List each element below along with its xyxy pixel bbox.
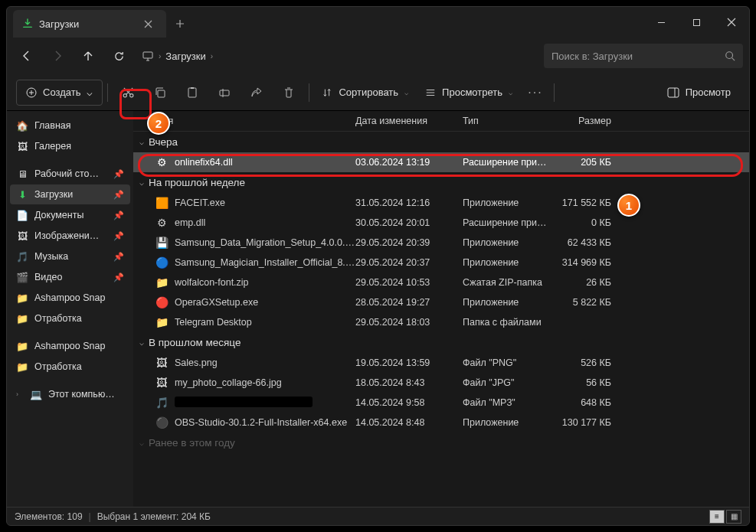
file-type: Приложение <box>463 297 550 308</box>
new-tab-button[interactable] <box>166 10 194 38</box>
group-earlier[interactable]: ⌵Ранее в этом году <box>133 432 749 453</box>
col-name[interactable]: Имя <box>155 116 355 126</box>
file-row[interactable]: 🔴OperaGXSetup.exe28.05.2024 19:27Приложе… <box>133 292 749 312</box>
col-date[interactable]: Дата изменения <box>355 116 463 126</box>
sidebar-item-downloads[interactable]: ⬇Загрузки📌 <box>10 184 130 204</box>
breadcrumb-current[interactable]: Загрузки <box>165 51 205 62</box>
file-list[interactable]: Имя Дата изменения Тип Размер ⌵Вчера ⚙on… <box>133 111 749 507</box>
close-window-button[interactable] <box>714 7 749 38</box>
svg-point-2 <box>726 52 733 59</box>
sidebar-item-folder[interactable]: 📁Ashampoo Snap <box>10 288 130 308</box>
file-row[interactable]: ⚙emp.dll30.05.2024 20:01Расширение при…0… <box>133 213 749 233</box>
file-icon: 🖼 <box>155 376 169 390</box>
maximize-button[interactable] <box>679 7 714 38</box>
group-lastmonth[interactable]: ⌵В прошлом месяце <box>133 332 749 353</box>
paste-button[interactable] <box>177 77 208 108</box>
breadcrumb[interactable]: › Загрузки › <box>142 50 213 62</box>
create-label: Создать <box>43 86 80 98</box>
col-type[interactable]: Тип <box>463 116 550 126</box>
group-yesterday[interactable]: ⌵Вчера <box>133 132 749 152</box>
sidebar-item-documents[interactable]: 📄Документы📌 <box>10 205 130 225</box>
pin-icon: 📌 <box>113 211 124 220</box>
sidebar-item-music[interactable]: 🎵Музыка📌 <box>10 246 130 266</box>
forward-button[interactable] <box>44 42 71 70</box>
view-button[interactable]: Просмотреть ⌵ <box>417 79 520 106</box>
file-type: Расширение при… <box>463 157 550 168</box>
back-button[interactable] <box>13 42 41 70</box>
minimize-button[interactable] <box>643 7 679 38</box>
file-icon: 🖼 <box>155 356 169 370</box>
chevron-down-icon: ⌵ <box>139 178 144 187</box>
search-input[interactable]: Поиск в: Загрузки <box>544 44 743 68</box>
file-row[interactable]: ⚙onlinefix64.dll03.06.2024 13:19Расширен… <box>133 152 749 172</box>
create-button[interactable]: Создать ⌵ <box>16 80 103 106</box>
folder-icon: 📁 <box>16 292 28 304</box>
sidebar-item-gallery[interactable]: 🖼Галерея <box>10 136 130 156</box>
refresh-button[interactable] <box>105 42 133 70</box>
status-selected: Выбран 1 элемент: 204 КБ <box>97 511 211 522</box>
view-icon <box>425 87 436 98</box>
file-row[interactable]: 🎵14.05.2024 9:58Файл "MP3"648 КБ <box>133 393 749 413</box>
preview-pane-button[interactable]: Просмотр <box>658 86 740 98</box>
file-date: 18.05.2024 8:43 <box>355 377 463 388</box>
close-tab-button[interactable] <box>139 15 157 33</box>
documents-icon: 📄 <box>16 209 28 221</box>
file-name: Samsung_Magician_Installer_Official_8.1.… <box>175 257 355 268</box>
rename-button[interactable] <box>209 77 240 108</box>
sidebar-item-desktop[interactable]: 🖥Рабочий сто…📌 <box>10 164 130 184</box>
file-row[interactable]: 💾Samsung_Data_Migration_Setup_4.0.0.18…2… <box>133 233 749 253</box>
delete-button[interactable] <box>273 77 304 108</box>
svg-rect-8 <box>191 87 194 89</box>
file-row[interactable]: 📁wolfalcon-font.zip29.05.2024 10:53Сжата… <box>133 273 749 292</box>
file-date: 30.05.2024 20:01 <box>355 217 463 228</box>
chevron-right-icon: › <box>159 52 161 60</box>
file-name: emp.dll <box>175 217 355 228</box>
separator: | <box>89 511 91 522</box>
file-icon: ⚙ <box>155 216 169 230</box>
folder-icon: 📁 <box>16 312 28 325</box>
pin-icon: 📌 <box>113 169 124 179</box>
sidebar-item-thispc[interactable]: ›💻Этот компью… <box>10 384 130 404</box>
view-label: Просмотреть <box>442 86 502 98</box>
svg-rect-7 <box>188 88 196 97</box>
svg-rect-9 <box>220 90 229 96</box>
search-placeholder: Поиск в: Загрузки <box>551 51 633 62</box>
sidebar-item-pictures[interactable]: 🖼Изображени…📌 <box>10 226 130 246</box>
file-row[interactable]: ⚫OBS-Studio-30.1.2-Full-Installer-x64.ex… <box>133 413 749 432</box>
chevron-right-icon: › <box>16 390 24 398</box>
file-row[interactable]: 📁Telegram Desktop29.05.2024 18:03Папка с… <box>133 312 749 332</box>
details-view-button[interactable]: ≡ <box>709 510 725 524</box>
file-row[interactable]: 🖼Sales.png19.05.2024 13:59Файл "PNG"526 … <box>133 353 749 373</box>
toolbar: Создать ⌵ Сортировать ⌵ Просмотреть ⌵ ··… <box>7 74 749 111</box>
file-row[interactable]: 🟧FACEIT.exe31.05.2024 12:16Приложение171… <box>133 193 749 213</box>
chevron-down-icon: ⌵ <box>87 86 93 98</box>
share-button[interactable] <box>241 77 272 108</box>
file-row[interactable]: 🖼my_photo_collage-66.jpg18.05.2024 8:43Ф… <box>133 373 749 393</box>
sort-button[interactable]: Сортировать ⌵ <box>314 79 416 106</box>
sidebar-item-folder[interactable]: 📁Отработка <box>10 357 130 377</box>
file-row[interactable]: 🔵Samsung_Magician_Installer_Official_8.1… <box>133 253 749 273</box>
statusbar: Элементов: 109 | Выбран 1 элемент: 204 К… <box>7 507 749 525</box>
file-icon: 🔴 <box>155 295 169 309</box>
sidebar-item-folder[interactable]: 📁Отработка <box>10 308 130 328</box>
sidebar-item-folder[interactable]: 📁Ashampoo Snap <box>10 336 130 356</box>
file-date: 28.05.2024 19:27 <box>355 297 463 308</box>
sort-icon <box>322 87 332 98</box>
group-lastweek[interactable]: ⌵На прошлой неделе <box>133 172 749 193</box>
copy-button[interactable] <box>145 77 175 108</box>
cut-button[interactable] <box>113 77 143 108</box>
file-name: onlinefix64.dll <box>175 157 355 168</box>
sort-label: Сортировать <box>339 86 398 98</box>
sidebar-item-home[interactable]: 🏠Главная <box>10 116 130 135</box>
monitor-icon <box>142 50 154 62</box>
up-button[interactable] <box>74 42 102 70</box>
more-button[interactable]: ··· <box>522 77 549 108</box>
file-icon: 💾 <box>155 236 169 250</box>
tiles-view-button[interactable]: ▦ <box>726 510 741 524</box>
col-size[interactable]: Размер <box>550 116 611 126</box>
file-date: 29.05.2024 20:37 <box>355 257 463 268</box>
file-type: Расширение при… <box>463 217 550 228</box>
annotation-badge-1: 1 <box>617 194 640 217</box>
sidebar-item-videos[interactable]: 🎬Видео📌 <box>10 267 130 287</box>
tab-downloads[interactable]: Загрузки <box>13 10 166 38</box>
